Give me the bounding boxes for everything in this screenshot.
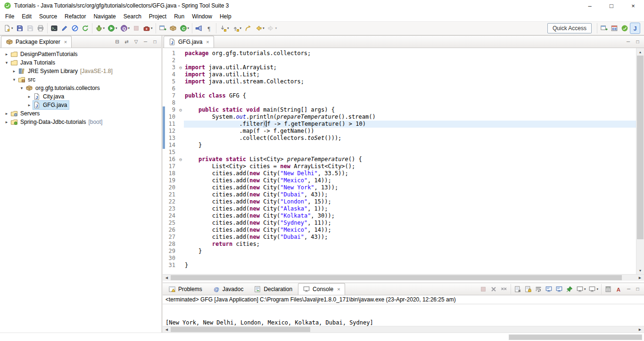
code-line-18[interactable]: 18 cities.add(new City("New Delhi", 33.5… (163, 170, 636, 177)
show-console-stdout-button[interactable] (544, 284, 554, 295)
code-line-22[interactable]: 22 cities.add(new City("London", 15)); (163, 198, 636, 205)
expand-arrow-icon[interactable]: ▸ (10, 69, 18, 73)
run-button[interactable]: ▾ (106, 23, 119, 34)
close-window-button[interactable]: × (622, 0, 644, 11)
console-horizontal-scrollbar[interactable]: ◀ ▶ (163, 326, 644, 333)
scrollbar-track[interactable] (171, 326, 636, 333)
collapse-arrow-icon[interactable]: ▾ (3, 60, 10, 65)
tree-item-org-gfg-tutorials-collectors[interactable]: ▾org.gfg.tutorials.collectors (0, 84, 161, 92)
new-java-class-button[interactable]: C▾ (178, 23, 191, 34)
link-with-editor-button[interactable]: ⇄ (122, 37, 131, 46)
java-perspective-button[interactable]: J (630, 23, 640, 34)
remove-all-launches-button[interactable] (499, 284, 509, 295)
tree-item-src[interactable]: ▾src (0, 75, 161, 84)
display-selected-console-button[interactable]: ▾ (575, 284, 587, 295)
ansi-console-button[interactable]: A (613, 284, 624, 295)
fold-collapse-icon[interactable]: ⊖ (177, 156, 184, 163)
menu-window[interactable]: Window (188, 12, 216, 21)
code-line-6[interactable]: 6 (163, 85, 636, 92)
clear-console-button[interactable] (512, 284, 523, 295)
tab-javadoc[interactable]: @Javadoc (208, 283, 248, 295)
code-line-25[interactable]: 25 cities.add(new City("Sydney", 11)); (163, 219, 636, 227)
fold-collapse-icon[interactable]: ⊖ (177, 106, 184, 114)
dropdown-arrow-icon[interactable]: ▾ (116, 26, 117, 30)
dropdown-arrow-icon[interactable]: ▾ (103, 26, 105, 30)
next-annotation-button[interactable]: ▾ (218, 23, 231, 34)
menu-refactor[interactable]: Refactor (61, 12, 90, 21)
code-line-11[interactable]: 11 .filter(f -> f.getTemperature() > 10) (163, 121, 636, 128)
code-line-4[interactable]: 4import java.util.List; (163, 71, 636, 78)
new-java-package-button[interactable] (168, 23, 178, 34)
code-line-13[interactable]: 13 .collect(Collectors.toSet())); (163, 135, 636, 142)
scroll-up-button[interactable]: ▲ (636, 48, 644, 56)
tab-package-explorer[interactable]: Package Explorer × (1, 36, 72, 48)
dropdown-arrow-icon[interactable]: ▾ (128, 26, 130, 30)
tab-console[interactable]: Console× (298, 283, 345, 295)
code-line-28[interactable]: 28 return cities; (163, 241, 636, 248)
minimize-view-button[interactable]: ─ (141, 37, 150, 46)
dropdown-arrow-icon[interactable]: ▾ (11, 26, 13, 30)
scrollbar-track[interactable] (636, 56, 644, 267)
code-line-12[interactable]: 12 .map(f -> f.getName()) (163, 128, 636, 135)
code-line-5[interactable]: 5import java.util.stream.Collectors; (163, 78, 636, 85)
tree-item-java-tutorials[interactable]: ▾Java Tutorials (0, 58, 161, 67)
scrollbar-thumb[interactable] (171, 275, 622, 280)
new-wizard-button[interactable]: ▾ (2, 23, 15, 34)
menu-file[interactable]: File (1, 12, 18, 21)
tab-gfg-java[interactable]: J GFG.java × (164, 36, 214, 48)
tree-item-city-java[interactable]: ▸JCity.java (0, 92, 161, 101)
java-editor-button[interactable] (59, 23, 70, 34)
new-java-project-button[interactable] (157, 23, 168, 34)
scrollbar-thumb[interactable] (637, 56, 644, 239)
tree-item-designpatterntutorials[interactable]: ▸DesignPatternTutorials (0, 50, 161, 58)
quick-access-button[interactable]: Quick Access (547, 23, 592, 33)
save-button[interactable] (15, 23, 25, 34)
open-console-button[interactable]: ▾ (587, 284, 600, 295)
code-line-23[interactable]: 23 cities.add(new City("Alaska", 1)); (163, 205, 636, 212)
remove-launch-button[interactable] (488, 284, 499, 295)
editor-vertical-scrollbar[interactable]: ▲ ▼ (636, 48, 644, 274)
detail-formatter-button[interactable] (603, 284, 613, 295)
code-line-31[interactable]: 31} (163, 262, 636, 269)
code-line-9[interactable]: 9⊖ public static void main(String[] args… (163, 106, 636, 114)
console-output[interactable]: [New York, New Delhi, London, Mexico, Ko… (163, 304, 644, 326)
expand-arrow-icon[interactable]: ▸ (3, 52, 10, 57)
dropdown-arrow-icon[interactable]: ▾ (263, 26, 264, 30)
skip-all-breakpoints-button[interactable] (70, 23, 80, 34)
bottom-trim-scrollbar[interactable] (509, 334, 642, 340)
show-console-stderr-button[interactable] (554, 284, 564, 295)
collapse-all-button[interactable]: ⊟ (113, 37, 122, 46)
open-console-button[interactable] (49, 23, 59, 34)
tree-item-gfg-java[interactable]: ▸JGFG.java (0, 101, 161, 109)
menu-project[interactable]: Project (145, 12, 170, 21)
editor-horizontal-scrollbar[interactable]: ◀ ▶ (163, 274, 644, 281)
scrollbar-track[interactable] (171, 275, 636, 281)
scroll-right-button[interactable]: ▶ (636, 326, 644, 333)
code-line-17[interactable]: 17 List<City> cities = new ArrayList<Cit… (163, 163, 636, 170)
run-external-tools-button[interactable]: ▾ (141, 23, 154, 34)
code-line-7[interactable]: 7public class GFG { (163, 92, 636, 99)
code-line-14[interactable]: 14 } (163, 142, 636, 149)
pin-console-button[interactable] (564, 284, 575, 295)
code-line-21[interactable]: 21 cities.add(new City("Dubai", 43)); (163, 191, 636, 198)
code-line-15[interactable]: 15 (163, 149, 636, 156)
dropdown-arrow-icon[interactable]: ▾ (596, 287, 598, 291)
code-line-2[interactable]: 2 (163, 57, 636, 64)
print-button[interactable] (35, 23, 46, 34)
menu-source[interactable]: Source (35, 12, 61, 21)
code-line-16[interactable]: 16⊖ private static List<City> prepareTem… (163, 156, 636, 163)
close-tab-icon[interactable]: × (337, 286, 340, 292)
close-tab-icon[interactable]: × (64, 39, 67, 45)
scroll-lock-button[interactable] (523, 284, 533, 295)
view-menu-button[interactable]: ▽ (132, 37, 140, 46)
expand-arrow-icon[interactable]: ▸ (25, 94, 33, 99)
close-tab-icon[interactable]: × (206, 39, 209, 45)
scroll-left-button[interactable]: ◀ (163, 275, 171, 281)
dropdown-arrow-icon[interactable]: ▾ (275, 26, 277, 30)
minimize-view-button[interactable]: ─ (624, 284, 633, 293)
maximize-window-button[interactable]: □ (601, 0, 622, 11)
scroll-down-button[interactable]: ▼ (636, 267, 644, 274)
tree-item-spring-data-jdbc-tutorials[interactable]: ▸Spring-Data-Jdbc-tutorials[boot] (0, 118, 161, 126)
search-button[interactable] (194, 23, 204, 34)
open-perspective-button[interactable] (599, 23, 609, 34)
